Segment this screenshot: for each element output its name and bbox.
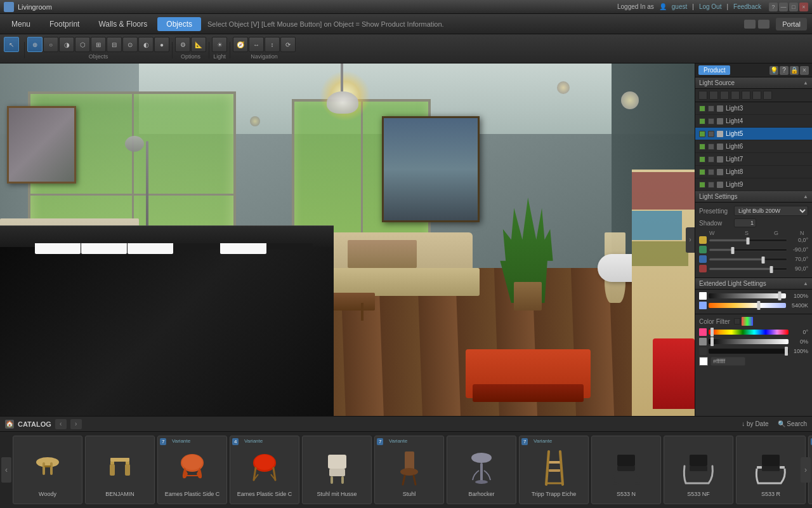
light8-toggle2[interactable] — [708, 169, 714, 175]
slider-track-1[interactable] — [709, 239, 787, 242]
feedback-link[interactable]: Feedback — [733, 3, 761, 10]
light-item-light9[interactable]: Light9 — [695, 178, 812, 191]
navigate-button-2[interactable]: ↔ — [249, 37, 264, 52]
light-item-light6[interactable]: Light6 — [695, 140, 812, 153]
group-button[interactable]: ● — [154, 37, 169, 52]
catalog-item-tripp[interactable]: 7 Variante Tripp Trapp Eiche — [519, 436, 589, 504]
light7-toggle2[interactable] — [708, 156, 714, 163]
light-item-light3[interactable]: Light3 — [695, 102, 812, 115]
walls-floors-button[interactable]: Walls & Floors — [89, 17, 156, 31]
light-source-section-header[interactable]: Light Source ▲ — [695, 77, 812, 89]
ls-btn-1[interactable] — [698, 91, 707, 100]
slider-thumb-4[interactable] — [769, 266, 773, 273]
catalog-item-s533r[interactable]: S533 R — [736, 436, 806, 504]
slider-thumb-3[interactable] — [762, 257, 765, 264]
collapse-light-source[interactable]: ▲ — [803, 80, 808, 86]
light-settings-section-header[interactable]: Light Settings ▲ — [695, 191, 812, 203]
catalog-item-barhocker[interactable]: Barhocker — [447, 436, 516, 504]
hue-thumb[interactable] — [710, 328, 714, 337]
menu-button[interactable]: Menu — [3, 17, 39, 31]
navigate-button-3[interactable]: ↕ — [265, 37, 280, 52]
minimize-button[interactable]: ? — [769, 3, 778, 11]
light6-toggle[interactable] — [699, 144, 705, 150]
shadow-input[interactable] — [734, 218, 756, 227]
catalog-item-eames1[interactable]: 7 Variante Eames Plastic Side C — [157, 436, 227, 504]
slider-track-4[interactable] — [709, 267, 787, 271]
hex-color-input[interactable] — [710, 357, 745, 366]
slider-thumb-2[interactable] — [731, 247, 734, 254]
light4-toggle[interactable] — [699, 118, 705, 124]
collapse-extended[interactable]: ▲ — [803, 281, 808, 286]
product-tab[interactable]: Product — [698, 65, 730, 75]
catalog-nav-next[interactable]: › — [70, 419, 82, 429]
ls-btn-7[interactable] — [763, 91, 772, 100]
catalog-nav-prev[interactable]: ‹ — [55, 419, 67, 429]
ls-btn-2[interactable] — [709, 91, 718, 100]
maximize-button[interactable]: □ — [789, 3, 798, 11]
cursor-tool-button[interactable]: ↖ — [4, 37, 19, 52]
mirror-button[interactable]: ◐ — [138, 37, 154, 52]
options-button-1[interactable]: ⚙ — [175, 37, 190, 52]
ls-btn-5[interactable] — [742, 91, 750, 100]
username[interactable]: guest — [672, 3, 687, 10]
catalog-item-benjamin[interactable]: BENJAMIN — [85, 436, 155, 504]
slider-thumb-1[interactable] — [747, 237, 750, 244]
catalog-item-stuhl[interactable]: 7 Variante Stuhl — [374, 436, 444, 504]
panel-icon-close[interactable]: × — [800, 66, 809, 75]
catalog-scroll-next[interactable]: › — [801, 457, 811, 483]
navigate-button-1[interactable]: 🧭 — [233, 37, 248, 52]
window-controls[interactable]: ? — □ × — [769, 3, 808, 11]
light7-toggle[interactable] — [699, 156, 705, 163]
opacity-thumb[interactable] — [785, 347, 788, 356]
catalog-scroll-prev[interactable]: ‹ — [1, 457, 11, 483]
light9-toggle[interactable] — [699, 182, 705, 188]
ls-btn-4[interactable] — [731, 91, 740, 100]
saturation-bar[interactable] — [709, 339, 789, 344]
ls-btn-6[interactable] — [752, 91, 761, 100]
light5-toggle[interactable] — [699, 131, 705, 137]
restore-button[interactable]: — — [779, 3, 788, 11]
light8-toggle[interactable] — [699, 169, 705, 175]
hue-bar[interactable] — [709, 330, 789, 335]
ls-btn-3[interactable] — [720, 91, 729, 100]
extended-settings-section-header[interactable]: Extended Light Settings ▲ — [695, 278, 812, 290]
light5-toggle2[interactable] — [708, 131, 714, 137]
delete-button[interactable]: ⊟ — [107, 37, 122, 52]
logout-link[interactable]: Log Out — [699, 3, 722, 10]
saturation-thumb[interactable] — [710, 337, 714, 346]
brightness-thumb[interactable] — [778, 291, 782, 300]
collapse-light-settings[interactable]: ▲ — [803, 194, 808, 199]
navigate-button-4[interactable]: ⟳ — [280, 37, 296, 52]
catalog-item-woody[interactable]: Woody — [13, 436, 82, 504]
light4-toggle2[interactable] — [708, 118, 714, 124]
light9-toggle2[interactable] — [708, 182, 714, 188]
slider-track-2[interactable] — [709, 248, 787, 251]
presetting-select[interactable]: Light Bulb 200W — [734, 206, 808, 216]
3d-viewport[interactable]: › — [0, 64, 695, 416]
panel-icon-lock[interactable]: 🔒 — [790, 66, 799, 75]
panel-toggle-button[interactable]: › — [686, 227, 695, 253]
move-button[interactable]: ○ — [43, 37, 58, 52]
catalog-item-stuhl-husse[interactable]: Stuhl mit Husse — [302, 436, 372, 504]
light3-toggle2[interactable] — [708, 105, 714, 112]
objects-button[interactable]: Objects — [157, 17, 201, 31]
light-item-light8[interactable]: Light8 — [695, 166, 812, 178]
close-button[interactable]: × — [799, 3, 808, 11]
opacity-bar[interactable] — [709, 349, 789, 354]
scale-button[interactable]: ⬡ — [75, 37, 90, 52]
temperature-bar[interactable] — [709, 303, 786, 308]
catalog-item-s533n[interactable]: S533 N — [591, 436, 661, 504]
align-button[interactable]: ⊙ — [122, 37, 138, 52]
light-item-light4[interactable]: Light4 — [695, 115, 812, 128]
light3-toggle[interactable] — [699, 105, 705, 112]
slider-track-3[interactable] — [709, 258, 787, 261]
catalog-sort[interactable]: ↓ by Date — [742, 420, 768, 427]
light-item-light5[interactable]: Light5 — [695, 128, 812, 140]
catalog-item-s533nf[interactable]: S533 NF — [664, 436, 733, 504]
panel-icon-question[interactable]: ? — [780, 66, 789, 75]
rotate-button[interactable]: ◑ — [59, 37, 74, 52]
portal-button[interactable]: Portal — [776, 18, 807, 30]
footprint-button[interactable]: Footprint — [41, 17, 88, 31]
light6-toggle2[interactable] — [708, 144, 714, 150]
copy-button[interactable]: ⊞ — [91, 37, 106, 52]
